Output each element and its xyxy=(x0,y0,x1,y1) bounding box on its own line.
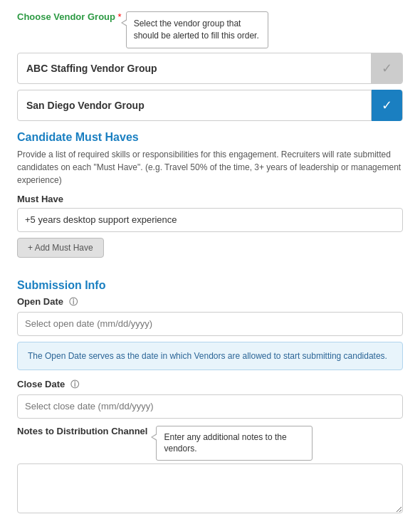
must-have-field-label: Must Have xyxy=(17,194,403,204)
notes-label: Notes to Distribution Channel xyxy=(17,426,147,436)
open-date-help-icon: ⓘ xyxy=(69,297,78,307)
notes-tooltip: Enter any additional notes to the vendor… xyxy=(156,426,313,461)
vendor-sandiego-check-icon: ✓ xyxy=(382,98,392,113)
must-haves-description: Provide a list of required skills or res… xyxy=(17,148,403,187)
add-must-have-button[interactable]: + Add Must Have xyxy=(17,238,104,258)
close-date-label: Close Date ⓘ xyxy=(17,379,403,391)
close-date-help-icon: ⓘ xyxy=(70,379,79,389)
open-date-input[interactable] xyxy=(17,312,403,336)
open-date-info-message: The Open Date serves as the date in whic… xyxy=(17,342,403,370)
must-have-input[interactable] xyxy=(17,208,403,232)
open-date-label: Open Date ⓘ xyxy=(17,296,403,308)
must-haves-title: Candidate Must Haves xyxy=(17,131,403,144)
vendor-sandiego-name: San Diego Vendor Group xyxy=(18,100,371,111)
vendor-abc-row[interactable]: ABC Staffing Vendor Group ✓ xyxy=(17,53,403,84)
vendor-sandiego-select-btn[interactable]: ✓ xyxy=(371,90,402,121)
vendor-group-tooltip: Select the vendor group that should be a… xyxy=(126,11,268,48)
vendor-abc-name: ABC Staffing Vendor Group xyxy=(18,63,371,74)
vendor-abc-select-btn[interactable]: ✓ xyxy=(371,53,402,84)
submission-info-title: Submission Info xyxy=(17,279,403,292)
close-date-input[interactable] xyxy=(17,394,403,419)
vendor-abc-check-icon: ✓ xyxy=(382,61,392,76)
vendor-sandiego-row[interactable]: San Diego Vendor Group ✓ xyxy=(17,90,403,121)
vendor-group-label: Choose Vendor Group xyxy=(17,11,115,22)
notes-textarea[interactable] xyxy=(17,463,403,513)
